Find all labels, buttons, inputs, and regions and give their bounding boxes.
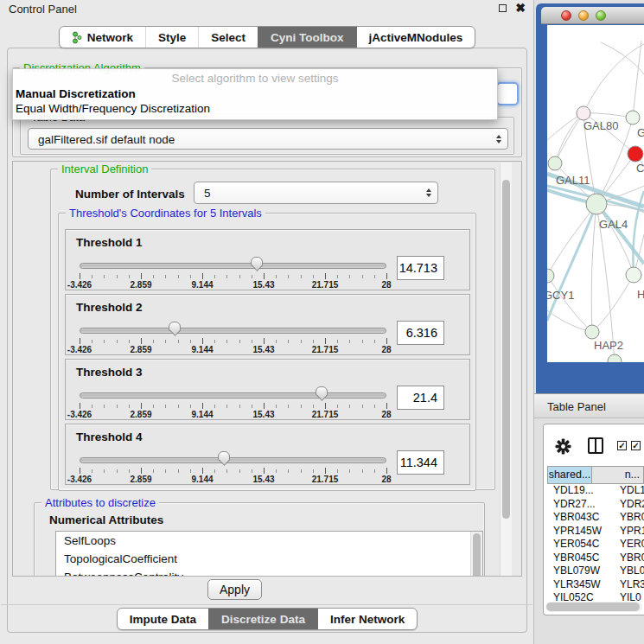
tab-impute-data[interactable]: Impute Data — [118, 609, 208, 629]
column-header-name[interactable]: n... — [592, 466, 644, 484]
table-panel-window: ✓ ✓ shared... n... YDL19...YDL1YDR27...Y… — [543, 424, 644, 615]
node-label-gal4: GAL4 — [599, 218, 628, 231]
slider-track[interactable] — [80, 328, 386, 334]
node-bottom[interactable] — [608, 354, 622, 362]
slider-thumb[interactable] — [251, 257, 263, 266]
node-label-gal80: GAL80 — [583, 119, 618, 132]
slider-track[interactable] — [80, 263, 386, 269]
tab-select[interactable]: Select — [198, 27, 258, 48]
attributes-scrollbar[interactable] — [470, 532, 482, 577]
table-row[interactable]: YIL052CYIL0 — [547, 591, 644, 602]
control-panel-window: Control Panel ✖ NetworkStyleSelectCyni T… — [0, 0, 534, 644]
attribute-list-item[interactable]: SelfLoops — [56, 532, 482, 550]
float-window-icon[interactable] — [499, 4, 507, 12]
checkbox-icon[interactable]: ✓ — [617, 441, 627, 450]
number-of-intervals-value: 5 — [204, 187, 211, 200]
group-interval-definition: Interval Definition Number of Intervals … — [50, 169, 495, 490]
close-traffic-light-icon[interactable] — [561, 10, 571, 21]
window-title: Control Panel — [9, 3, 77, 16]
tab-discretize-data[interactable]: Discretize Data — [208, 609, 317, 629]
threshold-value-field[interactable]: 21.4 — [397, 386, 444, 410]
table-row[interactable]: YBR045CYBR0 — [547, 552, 644, 565]
node-label-ga: GA — [637, 126, 644, 139]
zoom-traffic-light-icon[interactable] — [596, 10, 606, 21]
table-row[interactable]: YDL19...YDL1 — [547, 484, 644, 498]
checkbox-icon[interactable]: ✓ — [631, 441, 641, 450]
threshold-value-field[interactable]: 14.713 — [397, 256, 444, 280]
threshold-label: Threshold 1 — [76, 236, 143, 249]
tab-label: Network — [87, 31, 133, 44]
tab-label: Impute Data — [130, 613, 196, 626]
slider-thumb[interactable] — [169, 322, 181, 331]
tab-label: Style — [158, 31, 186, 44]
threshold-value-field[interactable]: 11.344 — [397, 450, 444, 475]
combo-spinner-icon — [426, 188, 431, 197]
node-top-right[interactable] — [626, 111, 640, 124]
node-gal4[interactable] — [586, 194, 607, 214]
cell-name: YBL0 — [613, 564, 644, 578]
tab-style[interactable]: Style — [145, 27, 198, 48]
algorithm-combobox-focus-edge[interactable] — [496, 82, 519, 105]
table-row[interactable]: YBR043CYBR0 — [547, 511, 644, 525]
tab-label: Cyni Toolbox — [271, 31, 344, 44]
close-icon[interactable]: ✖ — [515, 1, 526, 15]
cell-shared-name: YIL052C — [547, 591, 613, 602]
slider-thumb[interactable] — [218, 451, 230, 461]
threshold-panel: Threshold 4-3.4262.8599.14415.4321.71528… — [65, 424, 470, 485]
tab-label: Discretize Data — [221, 613, 305, 626]
node-gal11[interactable] — [548, 156, 562, 170]
table-panel-title: Table Panel — [547, 400, 606, 413]
table-row[interactable]: YLR345WYLR3 — [547, 578, 644, 592]
table-row[interactable]: YPR145WYPR1 — [547, 525, 644, 539]
numerical-attributes-heading: Numerical Attributes — [49, 513, 163, 526]
attribute-list-item[interactable]: BetweennessCentrality — [56, 568, 482, 577]
table-panel-header: Table Panel — [534, 393, 644, 418]
settings-vertical-scrollbar[interactable] — [500, 163, 512, 577]
attribute-list-item[interactable]: TopologicalCoefficient — [56, 550, 482, 568]
cell-name: YPR1 — [613, 525, 644, 539]
table-row[interactable]: YER054CYER0 — [547, 538, 644, 552]
node-hap2[interactable] — [585, 325, 599, 339]
slider-track[interactable] — [80, 457, 386, 463]
group-table-data: Table Data galFiltered.sif default node — [20, 117, 514, 155]
group-threshold-coordinates: Threshold's Coordinates for 5 Intervals … — [58, 213, 476, 491]
popup-hint-item[interactable]: Select algorithm to view settings — [13, 72, 497, 86]
threshold-label: Threshold 4 — [76, 430, 143, 443]
table-body: YDL19...YDL1YDR27...YDR2YBR043CYBR0YPR14… — [547, 484, 644, 602]
table-row[interactable]: YDR27...YDR2 — [547, 498, 644, 512]
node-selected-red[interactable] — [628, 146, 643, 162]
minimize-traffic-light-icon[interactable] — [578, 10, 589, 21]
number-of-intervals-combobox[interactable]: 5 — [194, 182, 438, 204]
numerical-attributes-list[interactable]: SelfLoopsTopologicalCoefficientBetweenne… — [55, 531, 483, 577]
slider-tick-labels: -3.4262.8599.14415.4321.71528 — [66, 410, 469, 420]
slider-thumb[interactable] — [316, 386, 328, 396]
tab-cyni-toolbox[interactable]: Cyni Toolbox — [258, 27, 356, 48]
cell-name: YBR0 — [613, 511, 644, 525]
table-row[interactable]: YBL079WYBL0 — [547, 564, 644, 578]
column-header-shared[interactable]: shared... — [547, 466, 592, 484]
threshold-value-field[interactable]: 6.316 — [397, 321, 444, 345]
slider-track[interactable] — [80, 392, 386, 399]
tab-network[interactable]: Network — [60, 27, 145, 48]
popup-option-equal-width-frequency[interactable]: Equal Width/Frequency Discretization — [13, 101, 497, 116]
popup-option-manual-discretization[interactable]: Manual Discretization — [13, 86, 497, 101]
cell-name: YIL0 — [613, 591, 644, 602]
gear-icon[interactable] — [555, 438, 571, 458]
tab-jactivemnodules[interactable]: jActiveMNodules — [356, 27, 475, 48]
cell-shared-name: YDR27... — [547, 498, 613, 512]
node-right[interactable] — [626, 267, 641, 283]
threshold-label: Threshold 2 — [76, 301, 143, 314]
tab-infer-network[interactable]: Infer Network — [317, 609, 417, 629]
node-gal80[interactable] — [577, 106, 590, 120]
table-horizontal-scrollbar[interactable] — [545, 602, 642, 612]
node-label-hap2: HAP2 — [594, 339, 623, 352]
network-canvas[interactable]: GAL80GACGAL11GAL4GCY1HHAP2 — [547, 25, 644, 362]
tab-label: Infer Network — [330, 613, 405, 626]
group-label-attributes: Attributes to discretize — [41, 496, 159, 509]
apply-button[interactable]: Apply — [207, 579, 262, 600]
node-label-c: C — [636, 162, 644, 175]
threshold-panel: Threshold 2-3.4262.8599.14415.4321.71528… — [65, 294, 470, 355]
table-data-combobox[interactable]: galFiltered.sif default node — [28, 128, 508, 150]
split-panel-icon[interactable] — [588, 437, 603, 454]
node-gcy1[interactable] — [547, 269, 554, 283]
